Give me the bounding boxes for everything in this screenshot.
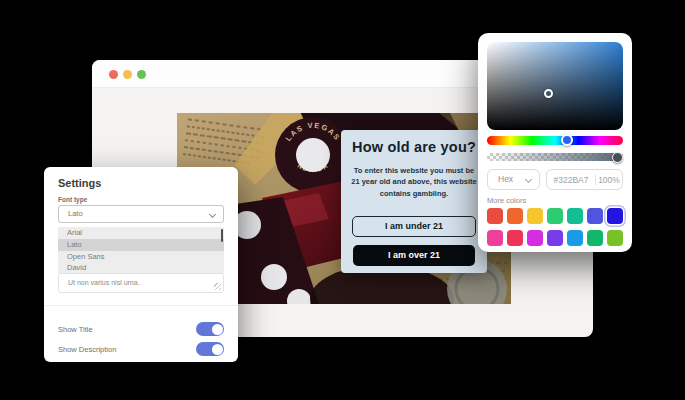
close-window-icon[interactable] (109, 70, 118, 79)
color-format-value: Hex (498, 174, 513, 184)
under-21-button[interactable]: I am under 21 (352, 216, 476, 237)
color-picker-panel: Hex #322BA7 100% More colors (478, 33, 632, 252)
show-title-toggle[interactable] (196, 322, 224, 336)
color-swatch[interactable] (547, 230, 563, 246)
color-swatch[interactable] (527, 230, 543, 246)
hue-knob[interactable] (561, 134, 573, 146)
alpha-knob[interactable] (612, 152, 623, 163)
color-swatch[interactable] (587, 208, 603, 224)
show-description-label: Show Description (58, 345, 116, 354)
saturation-cursor[interactable] (544, 89, 553, 98)
font-type-select-value: Lato (68, 209, 83, 218)
color-format-select[interactable]: Hex (487, 169, 540, 190)
toggle-knob (212, 344, 223, 355)
age-gate-description: To enter this website you must be 21 yea… (351, 165, 477, 199)
color-swatch[interactable] (607, 230, 623, 246)
color-swatch[interactable] (527, 208, 543, 224)
hue-slider[interactable] (487, 136, 623, 145)
alpha-slider[interactable] (487, 153, 623, 161)
font-type-label: Font type (58, 196, 87, 203)
chevron-down-icon (209, 211, 216, 218)
color-swatch[interactable] (547, 208, 563, 224)
color-swatch-selected[interactable] (607, 208, 623, 224)
font-option-lato[interactable]: Lato (58, 239, 224, 251)
color-swatch[interactable] (487, 230, 503, 246)
zoom-window-icon[interactable] (137, 70, 146, 79)
color-swatch[interactable] (507, 230, 523, 246)
saturation-area[interactable] (487, 42, 623, 130)
alpha-value-input[interactable]: 100% (596, 175, 622, 185)
resize-grip-icon[interactable] (214, 283, 221, 290)
color-swatch[interactable] (487, 208, 503, 224)
description-text: Ut non varius nisl urna. (68, 279, 140, 286)
show-title-label: Show Title (58, 325, 93, 334)
show-description-toggle[interactable] (196, 342, 224, 356)
minimize-window-icon[interactable] (123, 70, 132, 79)
settings-panel: Settings Font type Lato Arial Lato Open … (44, 167, 238, 362)
font-option-arial[interactable]: Arial (58, 227, 224, 239)
alpha-gradient (487, 153, 623, 161)
color-swatch[interactable] (587, 230, 603, 246)
divider (44, 305, 238, 306)
age-gate-modal: How old are you? To enter this website y… (341, 130, 487, 273)
chip-center (296, 138, 330, 172)
hex-value-input[interactable]: #322BA7 (547, 175, 595, 185)
over-21-button[interactable]: I am over 21 (353, 245, 475, 266)
promo-stage: LAS VEGAS NEVADA (0, 0, 685, 400)
font-options-list: Arial Lato Open Sans David (58, 227, 224, 274)
font-option-open-sans[interactable]: Open Sans (58, 251, 224, 263)
font-type-select[interactable]: Lato (58, 205, 224, 223)
die-pip (261, 264, 287, 290)
chevron-down-icon (525, 176, 532, 183)
settings-title: Settings (58, 177, 101, 189)
color-swatch[interactable] (567, 208, 583, 224)
list-scrollbar[interactable] (221, 229, 223, 242)
toggle-knob (212, 324, 223, 335)
color-swatch[interactable] (567, 230, 583, 246)
more-colors-label: More colors (487, 196, 526, 205)
description-textarea[interactable]: Ut non varius nisl urna. (58, 273, 224, 293)
color-swatch[interactable] (507, 208, 523, 224)
age-gate-title: How old are you? (341, 139, 487, 155)
window-controls (109, 70, 146, 79)
color-value-box[interactable]: #322BA7 100% (546, 169, 623, 190)
